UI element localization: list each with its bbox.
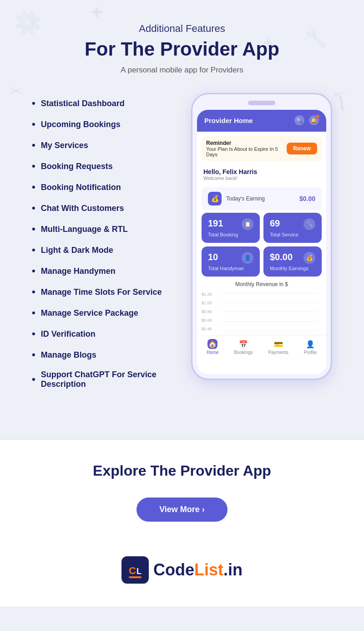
- stat-number-0: 191: [208, 218, 223, 229]
- stat-card-top-2: 10 👤: [208, 252, 253, 264]
- hello-section: Hello, Felix Harris Welcome back!: [197, 165, 326, 185]
- bottom-nav: 🏠 Home 📅 Bookings 💳 Payments 👤 Profile: [197, 335, 326, 359]
- renew-button[interactable]: Renew: [287, 143, 317, 154]
- feature-item: Booking Requests: [32, 156, 182, 177]
- stat-icon-1: 🔧: [303, 218, 315, 230]
- explore-title: Explore The Provider App: [18, 462, 346, 479]
- stat-label-1: Total Service: [270, 232, 315, 237]
- nav-item-bookings[interactable]: 📅 Bookings: [234, 339, 253, 355]
- description: A personal mobile app for Providers: [18, 66, 346, 75]
- feature-item: Manage Handymen: [32, 261, 182, 282]
- chart-area: Monthly Revenue in $ $1.20$1.00$0.80$0.6…: [202, 281, 322, 332]
- stat-label-0: Total Booking: [208, 232, 253, 237]
- notification-icon: 🔔: [309, 115, 319, 125]
- feature-item: Multi-Language & RTL: [32, 219, 182, 240]
- brand-logo-l: L: [136, 567, 142, 576]
- nav-item-payments[interactable]: 💳 Payments: [268, 339, 288, 355]
- earning-amount: $0.00: [299, 195, 315, 202]
- main-title: For The Provider App: [18, 38, 346, 60]
- subtitle: Additional Features: [18, 23, 346, 35]
- stat-card-0: 191 📋 Total Booking: [202, 213, 260, 243]
- chart-container: $1.20$1.00$0.80$0.60$0.40: [202, 291, 322, 332]
- reminder-content: Reminder Your Plan Is About to Expire In…: [206, 140, 287, 157]
- feature-item: Light & Dark Mode: [32, 240, 182, 261]
- feature-item: Manage Service Package: [32, 303, 182, 323]
- chart-line-4: [220, 321, 318, 322]
- stat-card-top-1: 69 🔧: [270, 218, 315, 230]
- brand-name-text: CodeList.in: [153, 560, 243, 580]
- chart-line-2: [220, 303, 318, 303]
- feature-item: Manage Blogs: [32, 344, 182, 365]
- stat-card-3: $0.00 💰 Monthly Earnings: [263, 246, 322, 277]
- phone-screen: Provider Home 🔍 🔔 Reminder Your Plan Is …: [197, 110, 326, 374]
- feature-item: Statistical Dashboard: [32, 93, 182, 114]
- stat-card-1: 69 🔧 Total Service: [263, 213, 322, 243]
- feature-item: Upcoming Bookings: [32, 114, 182, 135]
- stat-number-1: 69: [270, 218, 280, 229]
- chart-line-3: [220, 312, 318, 312]
- nav-label-payments: Payments: [268, 350, 288, 355]
- chart-y-labels: $1.20$1.00$0.80$0.60$0.40: [202, 291, 212, 332]
- nav-icon-home: 🏠: [207, 339, 217, 349]
- nav-icon-payments: 💳: [273, 339, 283, 349]
- top-section: ⚙️ 🔧 ✚ ✚ ✂ 🔨 Additional Features For The…: [0, 0, 364, 439]
- reminder-bar: Reminder Your Plan Is About to Expire In…: [202, 136, 322, 161]
- view-more-button[interactable]: View More ›: [136, 498, 228, 522]
- chart-y-label: $0.80: [202, 309, 212, 314]
- feature-item: ID Verification: [32, 323, 182, 344]
- stat-label-3: Monthly Earnings: [270, 266, 315, 271]
- nav-label-profile: Profile: [304, 350, 317, 355]
- chart-y-label: $1.00: [202, 301, 212, 305]
- stat-icon-3: 💰: [303, 252, 315, 264]
- phone-header-icons: 🔍 🔔: [294, 115, 319, 125]
- brand-name-highlight: List: [194, 560, 223, 579]
- nav-item-profile[interactable]: 👤 Profile: [304, 339, 317, 355]
- features-list: Statistical DashboardUpcoming BookingsMy…: [32, 93, 182, 394]
- stat-number-2: 10: [208, 252, 218, 262]
- chart-line-1: [220, 293, 318, 293]
- nav-icon-bookings: 📅: [238, 339, 248, 349]
- phone-notch: [248, 101, 275, 105]
- stat-icon-2: 👤: [242, 252, 253, 264]
- greeting-text: Hello, Felix Harris: [203, 168, 320, 175]
- stat-label-2: Total Handyman: [208, 266, 253, 271]
- nav-item-home[interactable]: 🏠 Home: [207, 339, 219, 355]
- brand-logo: CL: [121, 556, 149, 584]
- feature-item: Support ChatGPT For Service Description: [32, 365, 182, 394]
- feature-item: Booking Notification: [32, 177, 182, 198]
- reminder-title: Reminder: [206, 140, 287, 146]
- feature-item: Chat With Customers: [32, 198, 182, 219]
- feature-item: My Services: [32, 135, 182, 156]
- reminder-text: Your Plan Is About to Expire In 5 Days: [206, 146, 287, 157]
- chart-y-label: $1.20: [202, 292, 212, 297]
- brand-logo-bar: [129, 576, 142, 578]
- chart-lines: [220, 293, 318, 330]
- chart-line-5: [220, 330, 318, 331]
- welcome-text: Welcome back!: [203, 175, 320, 181]
- feature-item: Manage Time Slots For Service: [32, 282, 182, 303]
- phone-mockup: Provider Home 🔍 🔔 Reminder Your Plan Is …: [191, 93, 332, 380]
- content-area: Statistical DashboardUpcoming BookingsMy…: [18, 93, 346, 421]
- stats-grid: 191 📋 Total Booking 69 🔧 Total Service 1…: [202, 213, 322, 277]
- brand-logo-inner: CL: [129, 563, 142, 577]
- stat-card-2: 10 👤 Total Handyman: [202, 246, 260, 277]
- earning-row: 💰 Today's Earning $0.00: [202, 187, 322, 210]
- nav-label-home: Home: [207, 350, 219, 355]
- stat-card-top-3: $0.00 💰: [270, 252, 315, 264]
- search-icon: 🔍: [294, 115, 304, 125]
- brand-logo-c: C: [129, 565, 136, 576]
- stat-number-3: $0.00: [270, 252, 293, 262]
- nav-icon-profile: 👤: [305, 339, 315, 349]
- earning-left: 💰 Today's Earning: [208, 192, 265, 205]
- stat-icon-0: 📋: [242, 218, 253, 230]
- earning-icon: 💰: [208, 192, 222, 205]
- chart-title: Monthly Revenue in $: [202, 281, 322, 287]
- stat-card-top-0: 191 📋: [208, 218, 253, 230]
- phone-header-title: Provider Home: [204, 117, 253, 124]
- chart-y-label: $0.60: [202, 318, 212, 323]
- decor-plus-1: ✚: [91, 5, 102, 21]
- phone-header: Provider Home 🔍 🔔: [197, 110, 326, 132]
- codelist-brand: CL CodeList.in: [18, 556, 346, 584]
- earning-label: Today's Earning: [226, 195, 265, 202]
- nav-label-bookings: Bookings: [234, 350, 253, 355]
